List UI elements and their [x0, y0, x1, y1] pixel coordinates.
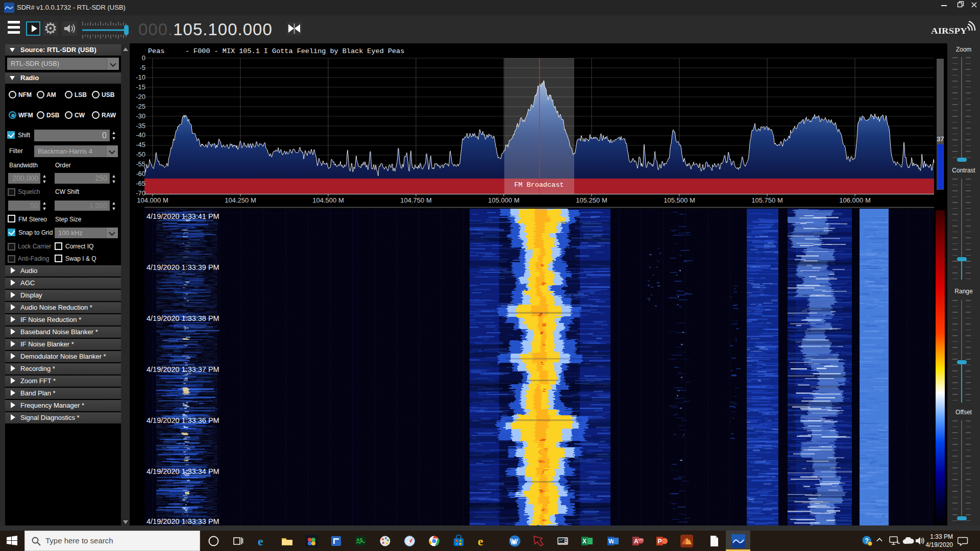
svg-text:104.250 M: 104.250 M — [225, 196, 256, 204]
svg-text:4/19/2020 1:33:39 PM: 4/19/2020 1:33:39 PM — [146, 263, 219, 271]
svg-text:37: 37 — [937, 135, 944, 143]
svg-text:104.000 M: 104.000 M — [137, 196, 168, 204]
svg-text:-45: -45 — [136, 141, 145, 148]
svg-text:FM Broadcast: FM Broadcast — [514, 181, 564, 189]
svg-text:-10: -10 — [136, 73, 145, 81]
svg-text:-25: -25 — [136, 103, 145, 110]
svg-text:105.000 M: 105.000 M — [488, 196, 519, 204]
svg-text:106.000 M: 106.000 M — [839, 196, 870, 204]
svg-text:105.750 M: 105.750 M — [751, 196, 782, 204]
svg-text:4/19/2020 1:33:38 PM: 4/19/2020 1:33:38 PM — [146, 314, 219, 322]
svg-text:Peas - F000 - MIX 105.1 I: Peas - F000 - MIX 105.1 I Gotta Feeling … — [148, 47, 404, 55]
svg-text:-60: -60 — [136, 170, 145, 178]
svg-text:4/19/2020 1:33:41 PM: 4/19/2020 1:33:41 PM — [146, 212, 219, 220]
svg-text:105.500 M: 105.500 M — [664, 196, 695, 204]
svg-text:-70: -70 — [136, 189, 145, 197]
svg-text:-35: -35 — [136, 122, 145, 130]
svg-text:-65: -65 — [136, 180, 145, 187]
svg-text:AS: AS — [356, 537, 363, 542]
svg-text:0: 0 — [142, 54, 145, 62]
svg-text:-20: -20 — [136, 93, 145, 101]
svg-text:4/19/2020 1:33:37 PM: 4/19/2020 1:33:37 PM — [146, 365, 219, 373]
svg-text:4/19/2020 1:33:34 PM: 4/19/2020 1:33:34 PM — [146, 467, 219, 475]
svg-text:-40: -40 — [136, 131, 145, 139]
svg-text:104.750 M: 104.750 M — [400, 196, 431, 204]
svg-text:-55: -55 — [136, 160, 145, 168]
svg-text:104.500 M: 104.500 M — [312, 196, 344, 204]
svg-text:-5: -5 — [139, 64, 145, 71]
svg-text:P: P — [658, 538, 662, 545]
svg-text:-50: -50 — [136, 151, 145, 158]
svg-text:4/19/2020 1:33:36 PM: 4/19/2020 1:33:36 PM — [146, 416, 219, 424]
svg-text:-30: -30 — [136, 112, 145, 120]
svg-text:-15: -15 — [136, 83, 145, 91]
svg-text:e: e — [478, 535, 483, 547]
svg-text:105.250 M: 105.250 M — [576, 196, 607, 204]
svg-text:X: X — [582, 538, 586, 545]
svg-text:e: e — [258, 535, 263, 547]
svg-text:4/19/2020 1:33:33 PM: 4/19/2020 1:33:33 PM — [146, 517, 219, 525]
